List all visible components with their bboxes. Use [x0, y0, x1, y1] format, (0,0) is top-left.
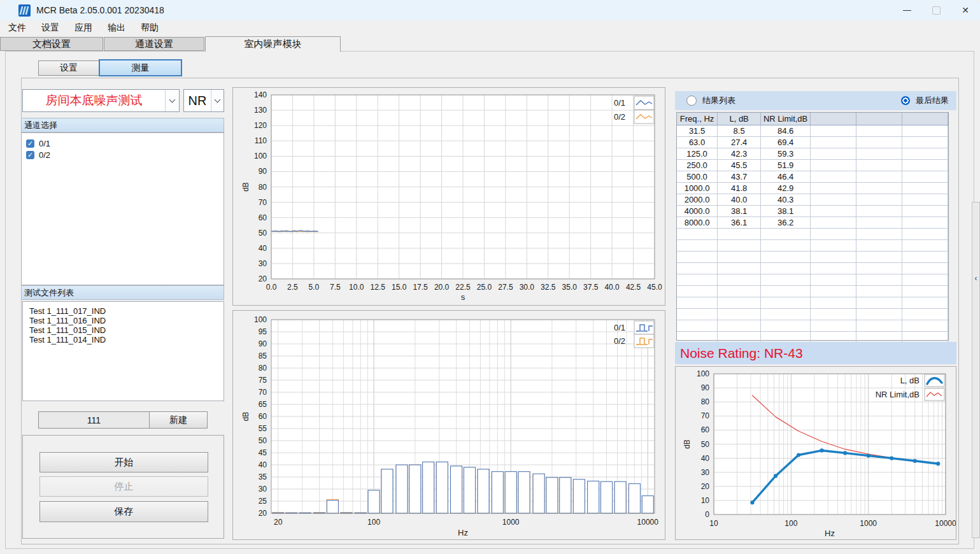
menu-item-settings[interactable]: 设置 — [39, 22, 61, 34]
minimize-button[interactable] — [892, 0, 921, 20]
channel-item[interactable]: ✓0/2 — [22, 149, 224, 160]
table-cell: 46.4 — [761, 171, 811, 183]
svg-text:100: 100 — [697, 369, 709, 378]
test-file-item[interactable]: Test 1_111_015_IND — [23, 325, 224, 335]
tab-settings[interactable]: 设置 — [38, 60, 99, 76]
last-result-radio-label[interactable]: 最后结果 — [916, 95, 949, 106]
table-row[interactable] — [677, 274, 948, 286]
table-row[interactable]: 2000.040.040.3 — [677, 194, 948, 206]
svg-text:27.5: 27.5 — [498, 283, 513, 292]
table-row[interactable] — [677, 263, 948, 274]
svg-text:Hz: Hz — [458, 528, 468, 537]
table-cell: 69.4 — [761, 137, 811, 148]
table-row[interactable]: 250.045.551.9 — [677, 160, 948, 171]
close-icon: ✕ — [962, 5, 969, 15]
channel-item[interactable]: ✓0/1 — [22, 138, 224, 149]
svg-text:30: 30 — [701, 468, 710, 477]
table-cell — [761, 229, 811, 240]
new-file-button[interactable]: 新建 — [149, 411, 208, 429]
table-cell: 1000.0 — [677, 183, 718, 194]
svg-text:10.0: 10.0 — [349, 283, 364, 292]
table-row[interactable]: 1000.041.842.9 — [677, 183, 948, 194]
svg-text:30.0: 30.0 — [520, 283, 535, 292]
table-row[interactable] — [677, 229, 948, 240]
table-row[interactable]: 8000.036.136.2 — [677, 217, 948, 229]
svg-text:80: 80 — [259, 364, 267, 373]
last-result-radio[interactable] — [901, 96, 910, 105]
table-row[interactable] — [677, 320, 948, 332]
menu-item-file[interactable]: 文件 — [6, 22, 28, 34]
menu-item-output[interactable]: 输出 — [106, 22, 127, 34]
table-row[interactable]: 125.042.359.3 — [677, 148, 948, 160]
table-row[interactable]: 500.043.746.4 — [677, 171, 948, 183]
tab-measure[interactable]: 测量 — [99, 59, 182, 76]
svg-text:40: 40 — [701, 454, 710, 463]
table-cell: 250.0 — [677, 160, 718, 171]
svg-text:85: 85 — [259, 352, 267, 360]
test-type-dropdown-button[interactable] — [165, 90, 179, 111]
nr-rating-chart: 010203040506070809010010100100010000HzdB… — [675, 366, 956, 540]
table-row[interactable]: 31.58.584.6 — [677, 125, 948, 137]
maximize-button[interactable] — [921, 0, 951, 20]
table-cell — [811, 171, 856, 183]
rating-type-dropdown-button[interactable] — [211, 90, 224, 111]
results-list-radio[interactable] — [686, 96, 697, 106]
table-cell — [811, 183, 856, 194]
table-cell — [902, 171, 948, 183]
test-file-item[interactable]: Test 1_111_017_IND — [23, 306, 224, 316]
table-cell — [811, 217, 856, 229]
test-file-item[interactable]: Test 1_111_014_IND — [23, 335, 224, 344]
table-cell — [761, 309, 811, 320]
table-row[interactable]: 63.027.469.4 — [677, 137, 948, 148]
table-row[interactable]: 4000.038.138.1 — [677, 206, 948, 217]
table-cell — [902, 297, 948, 309]
checkbox-checked-icon[interactable]: ✓ — [26, 151, 34, 159]
table-row[interactable] — [677, 252, 948, 263]
tab-channel-settings[interactable]: 通道设置 — [104, 37, 204, 51]
channel-section-header: 通道选择 — [21, 118, 224, 132]
svg-text:60: 60 — [259, 412, 267, 421]
close-button[interactable]: ✕ — [951, 0, 980, 20]
app-logo-icon — [18, 4, 31, 17]
table-cell — [811, 240, 856, 252]
svg-text:90: 90 — [259, 339, 267, 348]
svg-text:45.0: 45.0 — [647, 283, 662, 292]
table-cell — [677, 229, 718, 240]
table-cell — [677, 286, 718, 297]
table-cell: 2000.0 — [677, 194, 718, 206]
start-button[interactable]: 开始 — [39, 452, 208, 472]
collapse-arrow-icon: ‹ — [972, 274, 979, 283]
table-row[interactable] — [677, 309, 948, 320]
table-cell: 38.1 — [718, 206, 761, 217]
tab-document-settings[interactable]: 文档设置 — [0, 37, 103, 51]
rating-type-combobox[interactable]: NR — [183, 89, 224, 112]
save-button[interactable]: 保存 — [39, 501, 208, 522]
table-cell — [718, 229, 761, 240]
collapse-splitter[interactable]: ‹ — [972, 202, 980, 538]
table-cell: 38.1 — [761, 206, 811, 217]
menu-item-help[interactable]: 帮助 — [139, 22, 160, 34]
menubar: 文件 设置 应用 输出 帮助 — [0, 20, 980, 36]
table-cell — [856, 194, 902, 206]
table-row[interactable] — [677, 297, 948, 309]
noise-rating-banner: Noise Rating: NR-43 — [675, 342, 956, 364]
test-type-combobox[interactable]: 房间本底噪声测试 — [22, 89, 180, 112]
test-file-item[interactable]: Test 1_111_016_IND — [23, 316, 224, 325]
svg-text:65: 65 — [259, 400, 267, 409]
svg-text:2.5: 2.5 — [287, 283, 298, 292]
results-list-radio-label[interactable]: 结果列表 — [702, 95, 735, 106]
menu-item-apply[interactable]: 应用 — [73, 22, 94, 34]
table-cell — [677, 297, 718, 309]
svg-text:0/2: 0/2 — [614, 336, 625, 346]
table-cell — [902, 309, 948, 320]
svg-text:120: 120 — [254, 121, 267, 130]
table-header-cell — [811, 113, 856, 125]
checkbox-checked-icon[interactable]: ✓ — [26, 139, 34, 148]
tab-indoor-noise-module[interactable]: 室内噪声模块 — [205, 36, 341, 52]
table-row[interactable] — [677, 286, 948, 297]
minimize-icon — [903, 10, 911, 11]
table-cell — [856, 320, 902, 332]
svg-text:75: 75 — [259, 376, 267, 385]
file-name-field[interactable]: 111 — [38, 411, 150, 429]
table-row[interactable] — [677, 240, 948, 252]
